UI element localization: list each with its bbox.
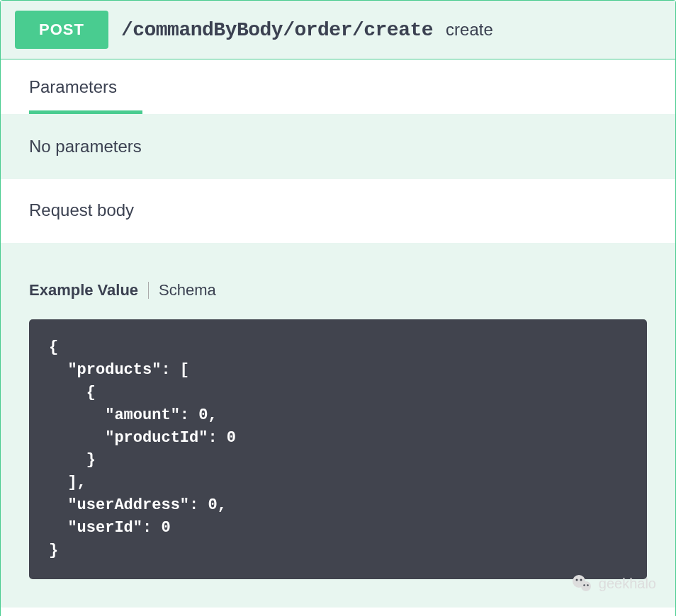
svg-point-2 bbox=[575, 579, 578, 581]
body-tabs: Example Value Schema bbox=[29, 281, 647, 300]
tab-divider bbox=[148, 282, 149, 299]
parameters-heading: Parameters bbox=[1, 59, 675, 114]
api-operation-panel: POST /commandByBody/order/create create … bbox=[0, 0, 676, 616]
request-body-heading: Request body bbox=[1, 179, 675, 243]
no-parameters-message: No parameters bbox=[1, 114, 675, 179]
wechat-icon bbox=[570, 572, 593, 595]
svg-point-5 bbox=[587, 584, 588, 586]
tab-schema[interactable]: Schema bbox=[159, 281, 216, 300]
operation-header[interactable]: POST /commandByBody/order/create create bbox=[1, 1, 675, 59]
endpoint-path: /commandByBody/order/create bbox=[121, 19, 433, 41]
endpoint-summary: create bbox=[446, 20, 493, 40]
http-method-badge: POST bbox=[15, 11, 108, 49]
watermark-text: geekhalo bbox=[599, 576, 656, 592]
parameters-section: Parameters bbox=[1, 59, 675, 114]
svg-point-1 bbox=[581, 581, 591, 591]
parameters-tab-underline bbox=[29, 110, 142, 114]
example-json-block[interactable]: { "products": [ { "amount": 0, "productI… bbox=[29, 319, 647, 579]
tab-example-value[interactable]: Example Value bbox=[29, 281, 138, 300]
svg-point-4 bbox=[583, 584, 585, 586]
watermark: geekhalo bbox=[570, 572, 656, 595]
svg-point-3 bbox=[580, 579, 582, 581]
request-body-content: Example Value Schema { "products": [ { "… bbox=[1, 243, 675, 608]
